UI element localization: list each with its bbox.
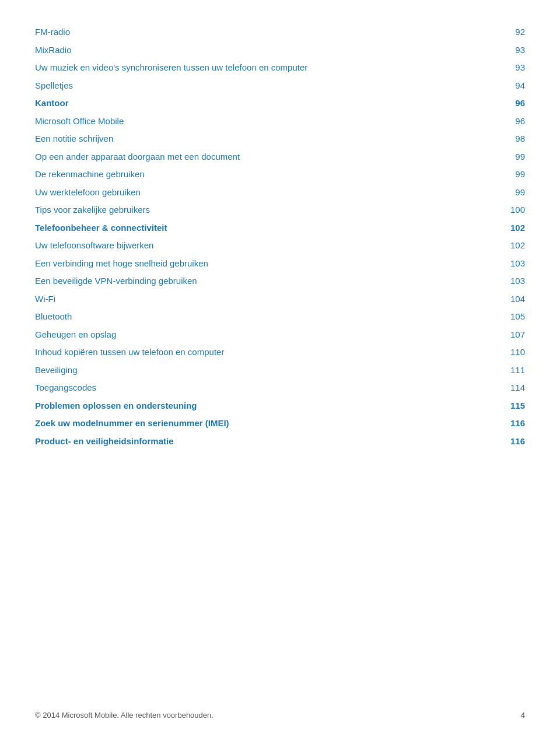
toc-row: Een beveiligde VPN-verbinding gebruiken1… [35, 272, 525, 290]
toc-item-label: Een verbinding met hoge snelheid gebruik… [35, 255, 402, 273]
toc-item-page: 93 [402, 41, 525, 59]
toc-row: Uw telefoonsoftware bijwerken102 [35, 237, 525, 255]
toc-item-page: 107 [402, 326, 525, 344]
toc-row: Problemen oplossen en ondersteuning115 [35, 397, 525, 415]
toc-item-page: 99 [402, 166, 525, 184]
toc-item-label: Uw werktelefoon gebruiken [35, 184, 402, 202]
toc-row: De rekenmachine gebruiken99 [35, 166, 525, 184]
toc-row: Uw werktelefoon gebruiken99 [35, 184, 525, 202]
toc-item-label: Een notitie schrijven [35, 130, 402, 148]
toc-item-page: 114 [402, 379, 525, 397]
toc-item-label: Uw telefoonsoftware bijwerken [35, 237, 402, 255]
toc-row: Beveiliging111 [35, 362, 525, 380]
toc-item-label: Uw muziek en video's synchroniseren tuss… [35, 59, 402, 77]
toc-row: Een verbinding met hoge snelheid gebruik… [35, 255, 525, 273]
toc-row: Telefoonbeheer & connectiviteit102 [35, 219, 525, 237]
toc-row: MixRadio93 [35, 41, 525, 59]
toc-item-label: MixRadio [35, 41, 402, 59]
toc-item-page: 102 [402, 219, 525, 237]
toc-item-page: 116 [402, 415, 525, 433]
toc-item-page: 98 [402, 130, 525, 148]
toc-row: Op een ander apparaat doorgaan met een d… [35, 148, 525, 166]
toc-item-label: Microsoft Office Mobile [35, 113, 402, 131]
toc-item-page: 96 [402, 113, 525, 131]
toc-item-label: Geheugen en opslag [35, 326, 402, 344]
footer-page-number: 4 [521, 711, 525, 720]
toc-item-page: 100 [402, 201, 525, 219]
toc-item-label: Tips voor zakelijke gebruikers [35, 201, 402, 219]
toc-row: Uw muziek en video's synchroniseren tuss… [35, 59, 525, 77]
toc-row: FM-radio92 [35, 23, 525, 41]
toc-item-page: 99 [402, 148, 525, 166]
toc-row: Product- en veiligheidsinformatie116 [35, 433, 525, 451]
toc-item-page: 104 [402, 290, 525, 308]
toc-item-label: Op een ander apparaat doorgaan met een d… [35, 148, 402, 166]
toc-row: Wi-Fi104 [35, 290, 525, 308]
toc-item-label: Inhoud kopiëren tussen uw telefoon en co… [35, 343, 402, 362]
page-container: FM-radio92MixRadio93Uw muziek en video's… [0, 0, 560, 737]
toc-item-label: Bluetooth [35, 308, 402, 326]
toc-row: Toegangscodes114 [35, 379, 525, 397]
toc-table: FM-radio92MixRadio93Uw muziek en video's… [35, 23, 525, 450]
toc-item-label: Zoek uw modelnummer en serienummer (IMEI… [35, 415, 402, 433]
toc-item-label: Kantoor [35, 94, 402, 113]
toc-item-page: 94 [402, 77, 525, 95]
toc-row: Bluetooth105 [35, 308, 525, 326]
toc-item-label: Telefoonbeheer & connectiviteit [35, 219, 402, 237]
toc-item-label: Product- en veiligheidsinformatie [35, 433, 402, 451]
toc-item-page: 105 [402, 308, 525, 326]
toc-row: Zoek uw modelnummer en serienummer (IMEI… [35, 415, 525, 433]
toc-row: Een notitie schrijven98 [35, 130, 525, 148]
toc-item-page: 93 [402, 59, 525, 77]
toc-row: Tips voor zakelijke gebruikers100 [35, 201, 525, 219]
toc-item-label: Wi-Fi [35, 290, 402, 308]
toc-item-page: 99 [402, 184, 525, 202]
toc-item-page: 110 [402, 343, 525, 362]
toc-row: Kantoor96 [35, 94, 525, 113]
toc-item-page: 96 [402, 94, 525, 113]
toc-row: Geheugen en opslag107 [35, 326, 525, 344]
toc-item-label: Een beveiligde VPN-verbinding gebruiken [35, 272, 402, 290]
toc-item-label: Spelletjes [35, 77, 402, 95]
toc-row: Inhoud kopiëren tussen uw telefoon en co… [35, 343, 525, 362]
toc-item-page: 92 [402, 23, 525, 41]
toc-item-page: 103 [402, 272, 525, 290]
toc-item-page: 116 [402, 433, 525, 451]
toc-item-page: 103 [402, 255, 525, 273]
toc-item-page: 102 [402, 237, 525, 255]
toc-item-label: FM-radio [35, 23, 402, 41]
toc-item-label: Beveiliging [35, 362, 402, 380]
toc-row: Spelletjes94 [35, 77, 525, 95]
toc-item-label: De rekenmachine gebruiken [35, 166, 402, 184]
toc-item-page: 111 [402, 362, 525, 380]
toc-item-label: Problemen oplossen en ondersteuning [35, 397, 402, 415]
footer-copyright: © 2014 Microsoft Mobile. Alle rechten vo… [35, 711, 214, 720]
toc-item-page: 115 [402, 397, 525, 415]
footer: © 2014 Microsoft Mobile. Alle rechten vo… [35, 711, 525, 720]
toc-row: Microsoft Office Mobile96 [35, 113, 525, 131]
toc-item-label: Toegangscodes [35, 379, 402, 397]
